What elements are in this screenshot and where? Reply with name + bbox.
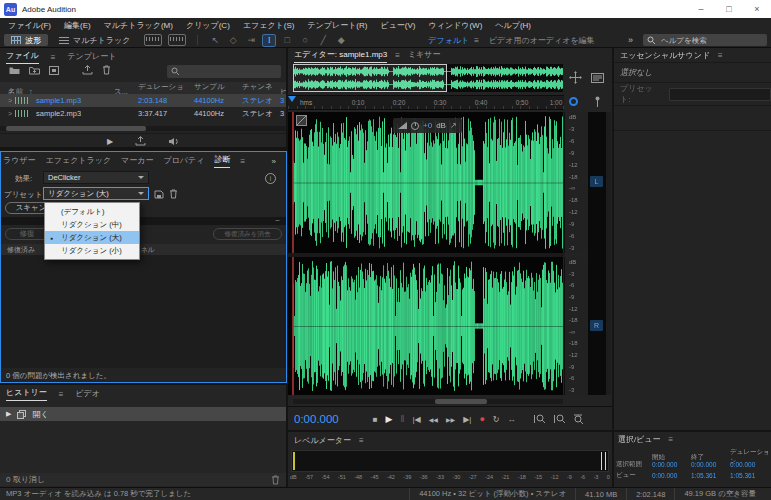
right-channel-badge[interactable]: R <box>590 320 603 331</box>
paintbrush-tool-icon[interactable]: ╱ <box>316 35 330 45</box>
minimize-button[interactable]: – <box>687 0 715 18</box>
tab-templates[interactable]: テンプレート <box>67 51 116 64</box>
waveform-right-channel[interactable] <box>293 257 563 395</box>
tab-markers[interactable]: マーカー <box>121 155 153 168</box>
fast-forward-button[interactable]: ▶▶ <box>446 416 455 423</box>
open-folder-icon[interactable] <box>9 66 20 75</box>
rewind-button[interactable]: ◀◀ <box>429 416 438 423</box>
overview-waveform[interactable] <box>293 64 563 92</box>
workspace-overflow-icon[interactable]: » <box>628 35 633 45</box>
spot-healing-tool-icon[interactable]: ◆ <box>334 35 348 45</box>
history-item-open[interactable]: ▶ 開く <box>0 407 286 421</box>
selection-duration[interactable]: 0:00.000 <box>730 461 771 468</box>
gain-knob-icon[interactable] <box>411 122 419 130</box>
db-scale-right[interactable]: dB-3-6-9-12-18-∞-18-12-9-6-3 <box>564 257 588 395</box>
skip-selection-button[interactable]: ↔ <box>508 415 516 424</box>
menu-clip[interactable]: クリップ(C) <box>186 20 230 31</box>
waveform-mode-button[interactable]: 波形 <box>4 34 48 46</box>
waveform-left-channel[interactable] <box>293 112 563 253</box>
clear-history-icon[interactable] <box>271 475 280 485</box>
repair-button[interactable]: 修復 <box>5 228 49 240</box>
tab-mixer[interactable]: ミキサー <box>408 49 441 62</box>
help-search[interactable] <box>643 34 767 46</box>
view-start[interactable]: 0:00.000 <box>652 472 691 479</box>
time-selection-tool-icon[interactable]: I <box>262 34 276 47</box>
dropdown-item-default[interactable]: (デフォルト) <box>45 205 139 218</box>
dropdown-item-reduction-large[interactable]: ●リダクション (大) <box>45 231 139 244</box>
menu-window[interactable]: ウィンドウ(W) <box>429 20 483 31</box>
view-end[interactable]: 1:05.361 <box>691 472 730 479</box>
loop-monitor-icon[interactable] <box>569 97 578 106</box>
menu-file[interactable]: ファイル(F) <box>8 20 51 31</box>
overview-selection-box[interactable] <box>293 64 447 92</box>
files-panel-menu-icon[interactable]: ≡ <box>51 53 56 62</box>
selection-start[interactable]: 0:00.000 <box>652 461 691 468</box>
effect-dropdown[interactable]: DeClicker <box>43 171 149 184</box>
files-search-input[interactable] <box>183 66 277 77</box>
import-files-icon[interactable] <box>29 66 40 75</box>
pause-button[interactable]: Ⅱ <box>401 415 405 424</box>
close-button[interactable]: × <box>743 0 771 18</box>
save-preset-icon[interactable] <box>154 190 164 199</box>
workspace-chip[interactable]: デフォルト ≡ <box>428 35 479 46</box>
new-container-icon[interactable] <box>49 66 59 75</box>
view-duration[interactable]: 1:05.361 <box>730 472 771 479</box>
left-channel-badge[interactable]: L <box>590 176 603 187</box>
editor-list-icon[interactable] <box>591 73 604 83</box>
help-search-input[interactable] <box>659 35 758 46</box>
tab-properties[interactable]: プロパティ <box>163 155 204 168</box>
delete-icon[interactable] <box>102 65 111 75</box>
slip-tool-icon[interactable]: ⇥ <box>244 35 258 45</box>
hud-toggle-icon[interactable] <box>296 115 307 126</box>
dropdown-item-reduction-medium[interactable]: リダクション (中) <box>45 218 139 231</box>
lasso-selection-tool-icon[interactable]: ○ <box>298 35 312 45</box>
export-icon[interactable] <box>82 65 93 75</box>
info-icon[interactable]: i <box>265 173 276 184</box>
pin-marker-icon[interactable] <box>594 96 601 107</box>
zoom-out-button[interactable] <box>554 414 566 424</box>
file-row-sample1[interactable]: >sample1.mp3 2:03.148 44100Hz ステレオ 3 <box>0 94 286 107</box>
menu-multitrack[interactable]: マルチトラック(M) <box>104 20 173 31</box>
selection-end[interactable]: 0:00.000 <box>691 461 730 468</box>
tab-history[interactable]: ヒストリー <box>6 387 47 401</box>
gain-hud[interactable]: +0 dB ↗ <box>393 118 462 133</box>
move-tool-icon[interactable]: ↖ <box>208 35 222 45</box>
skip-to-start-button[interactable]: |◀ <box>412 415 420 424</box>
play-button[interactable]: ▶ <box>386 414 393 424</box>
tab-video[interactable]: ビデオ <box>75 388 100 401</box>
pan-overview-icon[interactable] <box>569 71 582 84</box>
tabs-overflow-icon[interactable]: » <box>272 157 280 166</box>
maximize-button[interactable]: □ <box>715 0 743 18</box>
essential-sound-menu-icon[interactable]: ≡ <box>718 51 723 60</box>
preset-dropdown[interactable]: リダクション (大) <box>43 187 149 200</box>
essential-preset-dropdown[interactable] <box>669 88 771 101</box>
hud-expand-icon[interactable]: ↗ <box>450 121 457 130</box>
level-meter-menu-icon[interactable]: ≡ <box>359 436 364 445</box>
zoom-selection-button[interactable] <box>574 414 584 424</box>
playhead-marker[interactable] <box>288 96 296 102</box>
tab-editor[interactable]: エディター: sample1.mp3 <box>294 49 387 63</box>
editor-hscrollbar-thumb[interactable] <box>435 399 487 404</box>
tab-media-browser[interactable]: ラウザー <box>3 155 36 168</box>
menu-edit[interactable]: 編集(E) <box>64 20 91 31</box>
expand-chevron-icon[interactable]: > <box>4 97 12 104</box>
editor-menu-icon[interactable]: ≡ <box>395 51 400 60</box>
files-hscrollbar-thumb[interactable] <box>6 126 146 131</box>
workspace-menu-icon[interactable]: ≡ <box>474 36 479 45</box>
spectral-display-icon[interactable] <box>168 34 186 46</box>
menu-effects[interactable]: エフェクト(S) <box>243 20 295 31</box>
dropdown-item-reduction-small[interactable]: リダクション (小) <box>45 244 139 257</box>
razor-tool-icon[interactable]: ◇ <box>226 35 240 45</box>
zoom-in-button[interactable] <box>534 414 546 424</box>
editor-vscrollbar[interactable] <box>606 112 611 395</box>
tab-effects-rack[interactable]: エフェクトラック <box>46 155 112 168</box>
delete-preset-icon[interactable] <box>169 189 178 199</box>
multitrack-mode-button[interactable]: マルチトラック <box>52 34 137 46</box>
files-search[interactable] <box>167 65 281 78</box>
hud-gain-value[interactable]: +0 <box>423 121 432 130</box>
preview-play-button[interactable]: ▶ <box>107 137 113 146</box>
file-row-sample2[interactable]: >sample2.mp3 3:37.417 44100Hz ステレオ 3 <box>0 107 286 120</box>
menu-templates[interactable]: テンプレート(R) <box>307 20 367 31</box>
marquee-selection-tool-icon[interactable]: □ <box>280 35 294 45</box>
skip-to-end-button[interactable]: ▶| <box>463 415 471 424</box>
